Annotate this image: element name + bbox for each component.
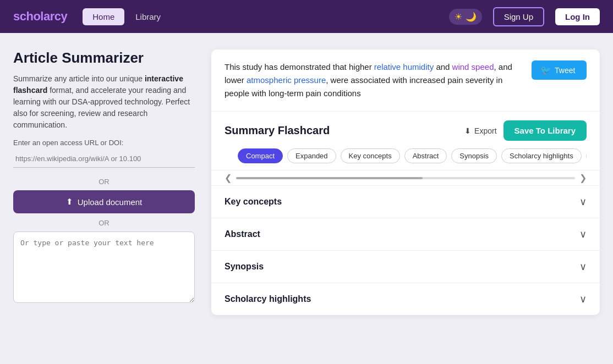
sun-icon: ☀ xyxy=(455,12,462,22)
tweet-button[interactable]: 🐦 Tweet xyxy=(532,60,587,80)
home-button[interactable]: Home xyxy=(83,8,124,25)
chevron-down-icon: ∨ xyxy=(579,228,587,240)
login-button[interactable]: Log In xyxy=(555,8,600,25)
theme-toggle-button[interactable]: ☀ 🌙 xyxy=(449,9,482,25)
humidity-link[interactable]: relative humidity xyxy=(374,62,434,71)
page-body: Article Summarizer Summarize any article… xyxy=(0,33,613,332)
flashcard-actions: ⬇ Export Save To Library xyxy=(464,120,587,141)
save-to-library-button[interactable]: Save To Library xyxy=(503,120,587,141)
twitter-icon: 🐦 xyxy=(540,65,551,75)
flashcard-title-row: Summary Flashcard ⬇ Export Save To Libra… xyxy=(225,120,587,141)
summary-quote: This study has demonstrated that higher … xyxy=(211,49,600,112)
logo: scholarcy xyxy=(13,9,67,24)
tab-key-concepts[interactable]: Key concepts xyxy=(341,148,400,163)
page-title: Article Summarizer xyxy=(13,49,195,67)
wind-link[interactable]: wind speed xyxy=(452,62,494,71)
pressure-link[interactable]: atmospheric pressure xyxy=(247,75,326,85)
chevron-down-icon: ∨ xyxy=(579,196,587,208)
download-icon: ⬇ xyxy=(464,126,471,135)
accordion-item-synopsis[interactable]: Synopsis∨ xyxy=(211,251,600,283)
tab-scholarcy-highlights[interactable]: Scholarcy highlights xyxy=(501,148,582,163)
upload-icon: ⬆ xyxy=(66,197,73,207)
accordion-label: Synopsis xyxy=(225,262,264,272)
right-panel: This study has demonstrated that higher … xyxy=(211,49,600,315)
scroll-row: ❮ ❯ xyxy=(211,170,600,186)
scroll-left-icon[interactable]: ❮ xyxy=(222,173,234,183)
export-button[interactable]: ⬇ Export xyxy=(464,126,496,135)
accordion-label: Abstract xyxy=(225,229,260,239)
url-label: Enter an open access URL or DOI: xyxy=(13,139,195,147)
accordion-item-abstract[interactable]: Abstract∨ xyxy=(211,218,600,251)
chevron-down-icon: ∨ xyxy=(579,293,587,305)
text-input[interactable] xyxy=(13,231,195,303)
accordion: Key concepts∨Abstract∨Synopsis∨Scholarcy… xyxy=(211,186,600,315)
scroll-right-icon[interactable]: ❯ xyxy=(577,173,589,183)
or-divider-2: OR xyxy=(13,219,195,227)
url-input[interactable] xyxy=(13,150,195,168)
tab-compact[interactable]: Compact xyxy=(238,148,283,163)
scroll-track xyxy=(236,177,575,179)
quote-text: This study has demonstrated that higher … xyxy=(225,60,523,100)
signup-button[interactable]: Sign Up xyxy=(493,7,544,26)
tab-bar: CompactExpandedKey conceptsAbstractSynop… xyxy=(225,148,587,170)
moon-icon: 🌙 xyxy=(466,12,477,22)
navbar: scholarcy Home Library ☀ 🌙 Sign Up Log I… xyxy=(0,0,613,33)
upload-button[interactable]: ⬆ Upload document xyxy=(13,190,195,213)
scroll-thumb xyxy=(236,177,423,179)
chevron-down-icon: ∨ xyxy=(579,261,587,273)
library-link[interactable]: Library xyxy=(135,12,161,21)
accordion-label: Scholarcy highlights xyxy=(225,294,311,304)
tab-abstract[interactable]: Abstract xyxy=(404,148,447,163)
accordion-label: Key concepts xyxy=(225,197,282,207)
left-panel: Article Summarizer Summarize any article… xyxy=(13,49,211,315)
tab-scholarcy[interactable]: Scholarcy xyxy=(586,148,587,163)
accordion-item-key-concepts[interactable]: Key concepts∨ xyxy=(211,186,600,218)
tab-synopsis[interactable]: Synopsis xyxy=(451,148,497,163)
tab-expanded[interactable]: Expanded xyxy=(287,148,336,163)
or-divider-1: OR xyxy=(13,178,195,186)
accordion-item-scholarcy-highlights[interactable]: Scholarcy highlights∨ xyxy=(211,283,600,315)
flashcard-title: Summary Flashcard xyxy=(225,124,330,137)
flashcard-header: Summary Flashcard ⬇ Export Save To Libra… xyxy=(211,112,600,170)
description-text: Summarize any article into our unique in… xyxy=(13,73,195,131)
